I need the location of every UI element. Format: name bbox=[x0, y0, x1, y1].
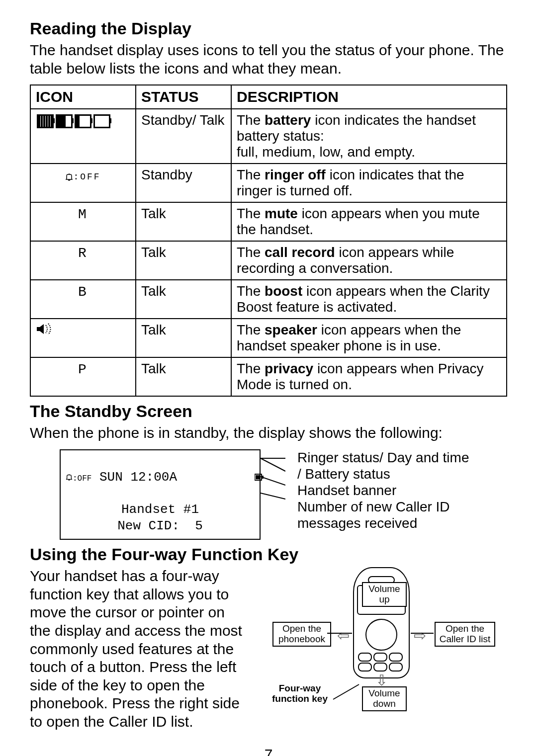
cell-description: The mute icon appears when you mute the … bbox=[231, 202, 507, 241]
cell-icon: P bbox=[30, 357, 136, 396]
section-standby-intro: When the phone is in standby, the displa… bbox=[30, 424, 507, 442]
label-ringer-day-time: Ringer status/ Day and time bbox=[297, 449, 469, 466]
table-row: B Talk The boost icon appears when the C… bbox=[30, 280, 507, 319]
label-handset-banner: Handset banner bbox=[297, 482, 469, 499]
desc-bold: boost bbox=[265, 283, 302, 299]
battery-icon bbox=[177, 453, 264, 502]
cell-status: Standby bbox=[136, 164, 231, 202]
desc-bold: ringer off bbox=[265, 167, 326, 182]
lcd-line3-text: New CID: 5 bbox=[66, 518, 255, 534]
desc-bold: call record bbox=[265, 245, 335, 260]
battery-levels-icon bbox=[36, 112, 111, 128]
section-fourway-body: Your handset has a four-way function key… bbox=[30, 567, 244, 731]
table-row: R Talk The call record icon appears whil… bbox=[30, 241, 507, 280]
table-row: :OFF Standby The ringer off icon indicat… bbox=[30, 164, 507, 202]
arrow-left-icon: ⇦ bbox=[337, 627, 350, 644]
cell-description: The privacy icon appears when Privacy Mo… bbox=[231, 357, 507, 396]
label-fourway-key: Four-way function key bbox=[266, 682, 334, 705]
svg-line-4 bbox=[261, 458, 285, 471]
standby-callout-labels: Ringer status/ Day and time / Battery st… bbox=[297, 449, 469, 531]
cell-icon: B bbox=[30, 280, 136, 319]
desc-text: The bbox=[237, 167, 265, 182]
desc-bold: speaker bbox=[265, 322, 317, 337]
standby-screen-diagram: :OFF SUN 12:00A Handset #1 New CID: 5 Ri… bbox=[60, 449, 507, 540]
label-volume-down: Volume down bbox=[362, 686, 407, 711]
cell-status: Talk bbox=[136, 319, 231, 357]
dpad-icon bbox=[365, 619, 397, 651]
svg-rect-2 bbox=[262, 476, 264, 479]
mute-icon: M bbox=[36, 207, 130, 222]
cell-status: Talk bbox=[136, 280, 231, 319]
table-header-row: ICON STATUS DESCRIPTION bbox=[30, 85, 507, 109]
lcd-line2-text: Handset #1 bbox=[66, 502, 255, 518]
desc-text: The bbox=[237, 206, 265, 221]
cell-icon: R bbox=[30, 241, 136, 280]
cell-icon: :OFF bbox=[30, 164, 136, 202]
callout-lines-icon bbox=[261, 449, 285, 504]
desc-bold: mute bbox=[265, 206, 298, 221]
svg-line-5 bbox=[261, 477, 285, 485]
desc-text: The bbox=[237, 283, 265, 299]
cell-description: The boost icon appears when the Clarity … bbox=[231, 280, 507, 319]
label-volume-up: Volume up bbox=[362, 582, 407, 607]
desc-text: The bbox=[237, 361, 265, 376]
label-open-cid-list: Open the Caller ID list bbox=[435, 622, 495, 647]
cell-description: The battery icon indicates the handset b… bbox=[231, 109, 507, 164]
cell-status: Standby/ Talk bbox=[136, 109, 231, 164]
fourway-key-diagram: ⇧ ⇩ ⇦ ⇨ Volume up Volume down Open the p… bbox=[264, 567, 497, 716]
cell-icon bbox=[30, 319, 136, 357]
table-row: P Talk The privacy icon appears when Pri… bbox=[30, 357, 507, 396]
cell-status: Talk bbox=[136, 241, 231, 280]
section-reading-display-title: Reading the Display bbox=[30, 19, 507, 38]
section-fourway-title: Using the Four-way Function Key bbox=[30, 545, 507, 564]
privacy-icon: P bbox=[36, 362, 130, 377]
desc-text: The bbox=[237, 245, 265, 260]
desc-text: The bbox=[237, 112, 265, 128]
desc-bold: privacy bbox=[265, 361, 313, 376]
lcd-screen: :OFF SUN 12:00A Handset #1 New CID: 5 bbox=[60, 449, 261, 540]
cell-description: The speaker icon appears when the handse… bbox=[231, 319, 507, 357]
keypad-row-icon bbox=[358, 663, 403, 672]
label-open-phonebook: Open the phonebook bbox=[272, 622, 331, 647]
cell-description: The call record icon appears while recor… bbox=[231, 241, 507, 280]
ringer-off-icon: :OFF bbox=[36, 172, 130, 182]
page-number: 7 bbox=[30, 746, 507, 756]
th-icon: ICON bbox=[30, 85, 136, 109]
th-status: STATUS bbox=[136, 85, 231, 109]
boost-icon: B bbox=[36, 284, 130, 300]
cell-status: Talk bbox=[136, 357, 231, 396]
cell-description: The ringer off icon indicates that the r… bbox=[231, 164, 507, 202]
svg-rect-1 bbox=[256, 475, 261, 479]
connector-line-icon bbox=[327, 633, 352, 634]
icon-status-table: ICON STATUS DESCRIPTION Standby/ Talk Th… bbox=[30, 84, 507, 397]
label-new-cid: Number of new Caller ID bbox=[297, 499, 469, 515]
section-standby-title: The Standby Screen bbox=[30, 402, 507, 421]
cell-icon bbox=[30, 109, 136, 164]
connector-line-icon bbox=[333, 684, 359, 700]
desc-bold: battery bbox=[265, 112, 311, 128]
cell-icon: M bbox=[30, 202, 136, 241]
connector-line-icon bbox=[411, 633, 434, 634]
th-description: DESCRIPTION bbox=[231, 85, 507, 109]
svg-line-6 bbox=[261, 493, 285, 499]
lcd-line1-text: :OFF SUN 12:00A bbox=[66, 469, 177, 486]
arrow-right-icon: ⇨ bbox=[414, 627, 426, 644]
call-record-icon: R bbox=[36, 246, 130, 261]
table-row: Standby/ Talk The battery icon indicates… bbox=[30, 109, 507, 164]
table-row: Talk The speaker icon appears when the h… bbox=[30, 319, 507, 357]
label-battery-status: / Battery status bbox=[297, 466, 469, 482]
desc-text: The bbox=[237, 322, 265, 337]
section-reading-display-intro: The handset display uses icons to tell y… bbox=[30, 41, 507, 78]
manual-page: Reading the Display The handset display … bbox=[0, 0, 537, 756]
keypad-row-icon bbox=[358, 653, 403, 662]
cell-status: Talk bbox=[136, 202, 231, 241]
label-new-cid-2: messages received bbox=[297, 515, 469, 531]
table-row: M Talk The mute icon appears when you mu… bbox=[30, 202, 507, 241]
speaker-icon bbox=[36, 323, 56, 339]
